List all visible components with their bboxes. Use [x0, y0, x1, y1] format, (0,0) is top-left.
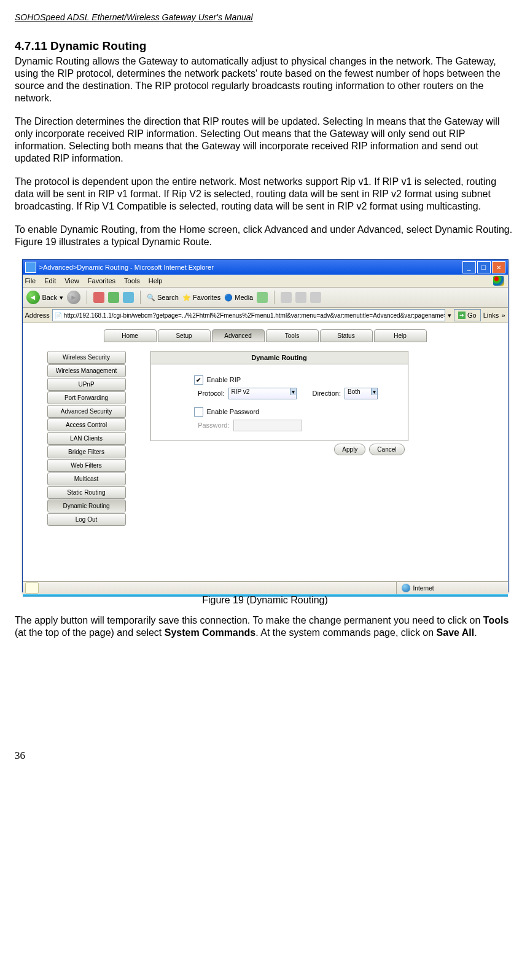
statusbar: Internet [23, 581, 508, 594]
sidebar-item-static-routing[interactable]: Static Routing [47, 486, 126, 499]
sidebar-item-wireless-management[interactable]: Wireless Management [47, 364, 126, 377]
section-heading: 4.7.11 Dynamic Routing [15, 39, 515, 53]
screenshot-browser-window: >Advanced>Dynamic Routing - Microsoft In… [22, 259, 509, 592]
refresh-icon[interactable] [108, 292, 119, 303]
close-button[interactable]: ✕ [492, 261, 505, 273]
enable-password-checkbox[interactable] [194, 407, 203, 417]
direction-select[interactable]: Both▾ [345, 388, 378, 399]
minimize-button[interactable]: _ [462, 261, 476, 273]
mail-icon[interactable] [281, 292, 292, 303]
body-paragraph: The Direction determines the direction t… [15, 116, 515, 165]
edit-icon[interactable] [310, 292, 321, 303]
sidebar-item-bridge-filters[interactable]: Bridge Filters [47, 445, 126, 458]
go-arrow-icon: ➜ [458, 312, 466, 319]
favorites-button[interactable]: ⭐ Favorites [182, 294, 220, 302]
tab-setup[interactable]: Setup [158, 329, 211, 342]
panel-title: Dynamic Routing [150, 351, 408, 364]
status-zone: Internet [396, 582, 434, 594]
tab-help[interactable]: Help [374, 329, 427, 342]
tab-home[interactable]: Home [104, 329, 157, 342]
protocol-label: Protocol: [194, 390, 225, 397]
enable-password-label: Enable Password [207, 408, 260, 415]
go-label: Go [467, 312, 477, 319]
titlebar: >Advanced>Dynamic Routing - Microsoft In… [23, 260, 508, 275]
toolbar: ◄ Back ▾ ► 🔍 Search ⭐ Favorites 🔵 Media [23, 288, 508, 308]
cancel-button[interactable]: Cancel [369, 444, 404, 455]
back-label: Back [42, 294, 57, 301]
history-icon[interactable] [257, 292, 268, 303]
body-paragraph: The apply button will temporarily save t… [15, 614, 515, 639]
tab-status[interactable]: Status [320, 329, 373, 342]
back-arrow-icon: ◄ [26, 291, 40, 304]
sidebar-item-dynamic-routing[interactable]: Dynamic Routing [47, 500, 126, 512]
enable-rip-label: Enable RIP [207, 376, 241, 383]
direction-label: Direction: [313, 390, 341, 397]
tab-advanced[interactable]: Advanced [212, 329, 265, 342]
sidebar-item-multicast[interactable]: Multicast [47, 472, 126, 485]
sidebar-item-port-forwarding[interactable]: Port Forwarding [47, 391, 126, 404]
page-number: 36 [15, 750, 515, 762]
favorites-label: Favorites [193, 294, 220, 301]
status-internet-label: Internet [413, 585, 434, 592]
menu-file[interactable]: File [25, 277, 36, 284]
sidebar-item-advanced-security[interactable]: Advanced Security [47, 405, 126, 418]
menu-edit[interactable]: Edit [44, 277, 56, 284]
address-label: Address [25, 312, 50, 319]
forward-button[interactable]: ► [67, 291, 80, 304]
sidebar-item-web-filters[interactable]: Web Filters [47, 459, 126, 472]
text-run: . At the system commands page, click on [255, 627, 436, 638]
print-icon[interactable] [295, 292, 306, 303]
url-text: http://192.168.1.1/cgi-bin/webcm?getpage… [64, 312, 445, 319]
text-bold: System Commands [165, 627, 256, 638]
menu-favorites[interactable]: Favorites [88, 277, 115, 284]
direction-value: Both [348, 388, 360, 395]
status-page-icon [25, 582, 39, 594]
window-title: >Advanced>Dynamic Routing - Microsoft In… [39, 264, 214, 271]
search-button[interactable]: 🔍 Search [147, 294, 179, 302]
links-label[interactable]: Links [483, 312, 499, 319]
text-run: The apply button will temporarily save t… [15, 615, 483, 625]
address-bar: Address 📄http://192.168.1.1/cgi-bin/webc… [23, 308, 508, 323]
menu-view[interactable]: View [64, 277, 79, 284]
body-paragraph: The protocol is dependent upon the entir… [15, 176, 515, 213]
maximize-button[interactable]: ☐ [477, 261, 491, 273]
tab-tools[interactable]: Tools [266, 329, 319, 342]
media-button[interactable]: 🔵 Media [224, 294, 253, 302]
back-button[interactable]: ◄ Back ▾ [26, 291, 63, 304]
protocol-select[interactable]: RIP v2▾ [228, 388, 297, 399]
sidebar-item-log-out[interactable]: Log Out [47, 513, 126, 526]
protocol-value: RIP v2 [232, 388, 250, 395]
form-panel: Dynamic Routing ✔ Enable RIP Protocol: R… [150, 351, 408, 527]
sidebar-item-wireless-security[interactable]: Wireless Security [47, 351, 126, 364]
enable-rip-checkbox[interactable]: ✔ [194, 375, 203, 385]
figure-caption: Figure 19 (Dynamic Routing) [15, 595, 515, 606]
sidebar-item-upnp[interactable]: UPnP [47, 378, 126, 391]
password-label: Password: [194, 421, 230, 429]
windows-flag-icon [493, 276, 504, 286]
text-run: (at the top of the page) and select [15, 627, 165, 638]
text-run: . [474, 627, 477, 638]
sidebar-item-lan-clients[interactable]: LAN Clients [47, 432, 126, 445]
search-label: Search [157, 294, 179, 301]
running-header: SOHOSpeed ADSL Ethernet/Wireless Gateway… [15, 12, 515, 22]
menu-help[interactable]: Help [149, 277, 163, 284]
media-label: Media [235, 294, 253, 301]
text-bold: Save All [437, 627, 475, 638]
body-paragraph: Dynamic Routing allows the Gateway to au… [15, 55, 515, 104]
top-nav-tabs: Home Setup Advanced Tools Status Help [23, 329, 508, 342]
sidebar: Wireless Security Wireless Management UP… [47, 351, 126, 527]
menubar: File Edit View Favorites Tools Help [23, 275, 508, 288]
menu-tools[interactable]: Tools [124, 277, 140, 284]
password-input[interactable] [233, 420, 302, 431]
globe-icon [402, 584, 410, 592]
stop-icon[interactable] [93, 292, 104, 303]
sidebar-item-access-control[interactable]: Access Control [47, 418, 126, 431]
ie-icon [25, 262, 36, 273]
body-paragraph: To enable Dynamic Routing, from the Home… [15, 224, 515, 248]
url-input[interactable]: 📄http://192.168.1.1/cgi-bin/webcm?getpag… [52, 309, 445, 321]
go-button[interactable]: ➜Go [454, 309, 481, 321]
text-bold: Tools [483, 615, 509, 625]
home-icon[interactable] [123, 292, 134, 303]
apply-button[interactable]: Apply [334, 444, 365, 455]
